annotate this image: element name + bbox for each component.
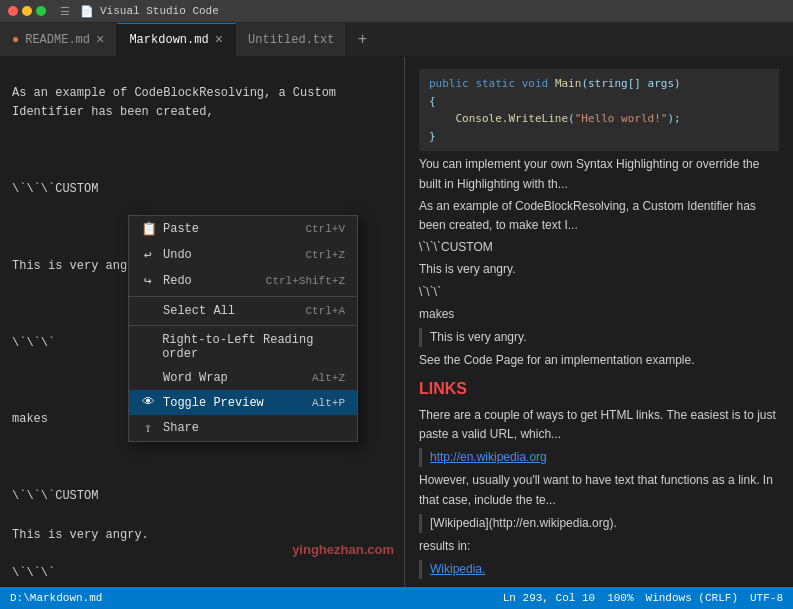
select-all-shortcut: Ctrl+A (305, 305, 345, 317)
preview-blockquote-1: [Wikipedia](http://en.wikipedia.org). (419, 514, 779, 533)
code-line-4: } (429, 128, 769, 146)
preview-links-text1: There are a couple of ways to get HTML l… (419, 406, 779, 444)
menu-item-word-wrap[interactable]: Word Wrap Alt+Z (129, 366, 357, 390)
main-area: As an example of CodeBlockResolving, a C… (0, 57, 793, 587)
menu-separator-1 (129, 296, 357, 297)
window-controls[interactable] (8, 6, 46, 16)
word-wrap-shortcut: Alt+Z (312, 372, 345, 384)
select-all-label: Select All (163, 304, 235, 318)
menu-separator-2 (129, 325, 357, 326)
redo-label: Redo (163, 274, 192, 288)
menu-item-toggle-preview[interactable]: 👁 Toggle Preview Alt+P (129, 390, 357, 415)
title-text: Visual Studio Code (100, 5, 219, 17)
tab-untitled-label: Untitled.txt (248, 33, 334, 47)
preview-wikipedia-1: Wikipedia. (419, 560, 779, 579)
editor-pane[interactable]: As an example of CodeBlockResolving, a C… (0, 57, 405, 587)
editor-line: As an example of CodeBlockResolving, a C… (12, 84, 392, 122)
tab-markdown-label: Markdown.md (129, 33, 208, 47)
title-bar: ☰ 📄 Visual Studio Code (0, 0, 793, 22)
preview-para-2: As an example of CodeBlockResolving, a C… (419, 197, 779, 235)
word-wrap-label: Word Wrap (163, 371, 228, 385)
preview-links-text2: However, usually you'll want to have tex… (419, 471, 779, 509)
preview-para-1: You can implement your own Syntax Highli… (419, 155, 779, 193)
toggle-preview-shortcut: Alt+P (312, 397, 345, 409)
paste-label: Paste (163, 222, 199, 236)
menu-item-share[interactable]: ⇧ Share (129, 415, 357, 441)
undo-shortcut: Ctrl+Z (305, 249, 345, 261)
code-line-1: public static void Main(string[] args) (429, 75, 769, 93)
tab-readme[interactable]: ● README.md × (0, 23, 117, 56)
status-zoom: 100% (607, 592, 633, 604)
tab-untitled[interactable]: Untitled.txt (236, 23, 347, 56)
menu-item-paste[interactable]: 📋 Paste Ctrl+V (129, 216, 357, 242)
status-right: Ln 293, Col 10 100% Windows (CRLF) UTF-8 (503, 592, 783, 604)
preview-results-in-1: results in: (419, 537, 779, 556)
toggle-preview-label: Toggle Preview (163, 396, 264, 410)
tab-markdown-close[interactable]: × (215, 32, 223, 48)
menu-item-undo[interactable]: ↩ Undo Ctrl+Z (129, 242, 357, 268)
code-line-3: Console.WriteLine("Hello world!"); (429, 110, 769, 128)
code-block: public static void Main(string[] args) {… (419, 69, 779, 151)
tab-markdown[interactable]: Markdown.md × (117, 23, 236, 56)
paste-icon: 📋 (141, 221, 155, 237)
context-menu: 📋 Paste Ctrl+V ↩ Undo Ctrl+Z ↪ Redo Ctrl… (128, 215, 358, 442)
preview-para-7: See the Code Page for an implementation … (419, 351, 779, 370)
preview-links-url: http://en.wikipedia.org (419, 448, 779, 467)
undo-label: Undo (163, 248, 192, 262)
status-line-ending: Windows (CRLF) (646, 592, 738, 604)
close-button[interactable] (8, 6, 18, 16)
share-icon: ⇧ (141, 420, 155, 436)
preview-url-link[interactable]: http://en.wikipedia.org (430, 450, 547, 464)
app-icon: 📄 (80, 5, 94, 18)
tab-add-button[interactable]: + (347, 23, 377, 56)
redo-icon: ↪ (141, 273, 155, 289)
preview-links-heading: LINKS (419, 376, 779, 402)
preview-para-6: makes (419, 305, 779, 324)
paste-shortcut: Ctrl+V (305, 223, 345, 235)
status-branch: D:\Markdown.md (10, 592, 102, 604)
toggle-preview-icon: 👁 (141, 395, 155, 410)
preview-wikipedia-link-1[interactable]: Wikipedia. (430, 562, 485, 576)
menu-item-select-all[interactable]: Select All Ctrl+A (129, 299, 357, 323)
preview-blockquote-1-text: [Wikipedia](http://en.wikipedia.org). (430, 516, 617, 530)
redo-shortcut: Ctrl+Shift+Z (266, 275, 345, 287)
preview-para-5: \`\`\` (419, 283, 779, 302)
preview-pane: public static void Main(string[] args) {… (405, 57, 793, 587)
share-label: Share (163, 421, 199, 435)
rtl-label: Right-to-Left Reading order (162, 333, 345, 361)
preview-para-3: \`\`\`CUSTOM (419, 238, 779, 257)
status-bar: D:\Markdown.md Ln 293, Col 10 100% Windo… (0, 587, 793, 609)
status-encoding: UTF-8 (750, 592, 783, 604)
preview-blockquote-angry: This is very angry. (419, 328, 779, 347)
minimize-button[interactable] (22, 6, 32, 16)
menu-item-rtl[interactable]: Right-to-Left Reading order (129, 328, 357, 366)
undo-icon: ↩ (141, 247, 155, 263)
maximize-button[interactable] (36, 6, 46, 16)
code-line-2: { (429, 93, 769, 111)
status-left: D:\Markdown.md (10, 592, 102, 604)
preview-para-4: This is very angry. (419, 260, 779, 279)
tab-readme-icon: ● (12, 33, 19, 47)
status-position: Ln 293, Col 10 (503, 592, 595, 604)
menu-item-redo[interactable]: ↪ Redo Ctrl+Shift+Z (129, 268, 357, 294)
tab-readme-label: README.md (25, 33, 90, 47)
tab-bar: ● README.md × Markdown.md × Untitled.txt… (0, 22, 793, 57)
watermark: yinghezhan.com (292, 542, 394, 557)
app-title: ☰ (60, 5, 70, 18)
tab-readme-close[interactable]: × (96, 32, 104, 48)
